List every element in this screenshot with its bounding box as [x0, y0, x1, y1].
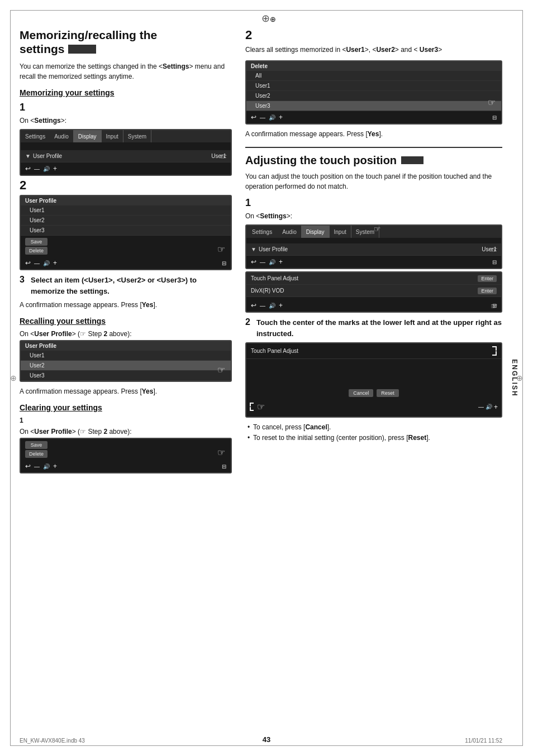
plus-ctrl-delete: + [279, 113, 283, 121]
screen-controls-1: ↩ — 🔊 + [21, 162, 231, 175]
vol-ctrl: 🔊 [43, 166, 50, 172]
save-btn: Save [25, 238, 47, 246]
step-2-adjusting-block: 2 Touch the center of the marks at the l… [245, 317, 502, 339]
step-1-text: On <Settings>: [20, 116, 232, 126]
screen-icon-2: ⊟ [222, 260, 226, 266]
back-icon-tpa: ↩ [251, 302, 256, 309]
tpa-bottom-controls: ☞ — 🔊 + [246, 399, 501, 414]
title-line2: settings [20, 42, 65, 56]
dash-ctrl-delete: — [260, 114, 265, 121]
menu-user2: User2 [21, 216, 231, 226]
vol-ctrl-clear: 🔊 [43, 463, 50, 470]
clearing-step2-number: 2 [245, 28, 502, 42]
tpa-dash: — [478, 404, 484, 410]
step-3-confirm: A confirmation message appears. Press [Y… [20, 300, 232, 310]
recall-user1: User1 [21, 351, 231, 361]
divx-label: DivX(R) VOD [251, 288, 478, 294]
language-sidebar: ENGLISH [508, 89, 521, 667]
section-divider [245, 147, 502, 148]
reset-button[interactable]: Reset [377, 389, 399, 397]
adjusting-intro: You can adjust the touch position on the… [245, 171, 502, 192]
delete-btn: Delete [25, 247, 47, 255]
adj-tab-settings: Settings [246, 226, 278, 238]
screen-tabs: Settings Audio Display Input System [21, 130, 231, 142]
dash-ctrl-2: — [34, 260, 40, 266]
right-column: 2 Clears all settings memorized in <User… [245, 22, 502, 736]
cancel-button[interactable]: Cancel [349, 389, 373, 397]
title-line1: Memorizing/recalling the [20, 28, 157, 42]
recall-user2: User2 [21, 361, 231, 371]
adj-tab-system: System ☞ [351, 226, 379, 238]
delete-user2: User2 [246, 91, 501, 101]
hand-cursor-recall: ☞ [217, 365, 225, 375]
tab-system: System [123, 130, 151, 142]
step-2-number: 2 [20, 178, 232, 193]
back-icon-delete: ↩ [251, 113, 256, 121]
adj-tab-audio: Audio [278, 226, 302, 238]
page-border-bottom [10, 745, 523, 746]
delete-all: All [246, 71, 501, 81]
step-1-number: 1 [20, 102, 232, 113]
corner-marks-top-right [492, 346, 497, 356]
bl-marks-row2 [250, 407, 254, 411]
recalling-confirm: A confirmation message appears. Press [Y… [20, 386, 232, 396]
hand-cursor-clear: ☞ [217, 447, 225, 458]
adj-step2-text: Touch the center of the marks at the low… [256, 317, 502, 339]
back-icon: ↩ [25, 165, 31, 173]
corner-marks-row2 [492, 351, 497, 356]
english-label: ENGLISH [511, 359, 518, 396]
crosshair-mark: ⊕ [261, 12, 272, 22]
footer-left: EN_KW-AVX840E.indb 43 [20, 738, 85, 744]
tpa-menu-screen: Touch Panel Adjust Enter ☞ DivX(R) VOD E… [245, 271, 502, 313]
menu-user1: User1 [21, 205, 231, 216]
tab-settings: Settings [21, 130, 50, 142]
clearing-confirm: A confirmation message appears. Press [Y… [245, 129, 502, 139]
adjusting-title: Adjusting the touch position [245, 154, 397, 167]
adjusting-tabs: Settings Audio Display Input System ☞ [246, 226, 501, 238]
recalling-title: Recalling your settings [20, 317, 232, 326]
title-bar [68, 45, 96, 54]
back-icon-adj1: ↩ [251, 258, 256, 266]
bl-tl [250, 403, 254, 406]
corner-tr-mark [492, 346, 497, 351]
tpa-enter: Enter [478, 275, 497, 282]
adjusting-settings-screen: Settings Audio Display Input System ☞ ▼ … [245, 224, 502, 269]
tpa-body [246, 359, 501, 387]
dash-ctrl-clear: — [34, 463, 40, 470]
main-title-block: Memorizing/recalling the settings [20, 28, 232, 56]
bottom-left-marks [250, 403, 254, 411]
divx-row: DivX(R) VOD Enter [246, 285, 501, 297]
left-crosshair: ⊕ [10, 374, 17, 382]
user-profile-header: User Profile [21, 196, 231, 205]
dash-adj1: — [260, 259, 265, 265]
hand-cursor-2: ☞ [217, 244, 225, 255]
main-title: Memorizing/recalling the settings [20, 28, 157, 56]
tpa-vol: 🔊 [486, 404, 492, 410]
plus-adj1: + [279, 258, 283, 266]
vol-tpa: 🔊 [269, 303, 275, 309]
adjusting-title-bar [401, 156, 423, 164]
tab-audio: Audio [50, 130, 74, 142]
screen-controls-clear: ↩ — 🔊 + ⊟ [21, 460, 231, 472]
adjusting-title-block: Adjusting the touch position [245, 154, 502, 167]
user-profile-row: ▼ User Profile User1 ☞ [21, 150, 231, 162]
screen-gap-adj [246, 238, 501, 243]
recalling-intro: On <User Profile> (☞ Step 2 above): [20, 330, 232, 338]
delete-screen: Delete All User1 User2 User3 ☞ ↩ — 🔊 + ⊟ [245, 60, 502, 125]
step-3-block: 3 Select an item (<User1>, <User2> or <U… [20, 275, 232, 296]
vol-ctrl-delete: 🔊 [269, 114, 275, 121]
adj-user-profile-label: User Profile [259, 246, 482, 252]
vol-adj1: 🔊 [269, 259, 275, 265]
bullet-reset: To reset to the initial setting (center … [245, 433, 502, 443]
adj-tab-display: Display [302, 226, 330, 238]
icon-adj1: ⊟ [492, 259, 497, 265]
screen-icon-clear: ⊟ [222, 463, 226, 470]
clearing-step1-text: On <User Profile> (☞ Step 2 above): [20, 428, 232, 436]
screen-controls-tpa: ↩ — 🔊 + ⊟ [246, 299, 501, 312]
tpa-header: Touch Panel Adjust [246, 343, 501, 359]
plus-tpa: + [279, 302, 283, 309]
clearing-step1-number: 1 [20, 417, 232, 424]
vol-ctrl-2: 🔊 [43, 260, 50, 266]
back-icon-2: ↩ [25, 259, 31, 267]
main-content: Memorizing/recalling the settings You ca… [20, 22, 502, 736]
